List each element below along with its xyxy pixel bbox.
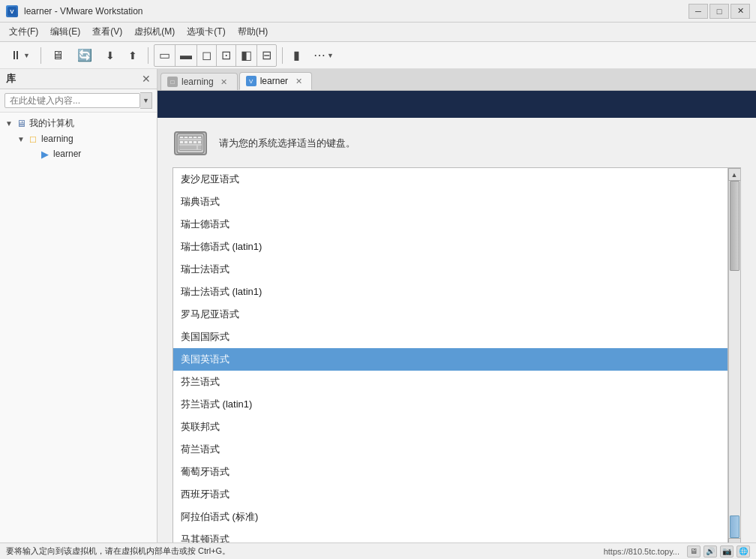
terminal-icon: ▮	[293, 48, 300, 62]
status-icon-display[interactable]: 🖥	[687, 545, 700, 557]
maximize-button[interactable]: □	[710, 4, 729, 19]
svg-rect-10	[194, 136, 196, 138]
lang-item-8[interactable]: 美国国际式	[173, 326, 728, 348]
scroll-thumb[interactable]	[730, 181, 740, 271]
sidebar-item-label-learner: learner	[53, 149, 81, 159]
toolbar-separator-3	[282, 47, 283, 64]
lang-item-13[interactable]: 荷兰语式	[173, 438, 728, 461]
lang-item-10[interactable]: 芬兰语式	[173, 371, 728, 393]
status-right: https://810.5tc.topy... 🖥 🔊 📷 🌐	[604, 545, 750, 557]
language-scrollbar: ▲ ▼	[728, 168, 740, 542]
sidebar-search-bar: ▼	[0, 89, 157, 113]
vm-header-bar	[158, 91, 756, 118]
tab-learning[interactable]: □ learning ✕	[160, 73, 238, 90]
lang-item-3[interactable]: 瑞士德语式	[173, 213, 728, 236]
toolbar: ⏸ ▼ 🖥 🔄 ⬇ ⬆ ▭ ▬ ◻ ⊡ ◧ ⊟ ▮	[0, 42, 756, 69]
lang-item-6[interactable]: 瑞士法语式 (latin1)	[173, 281, 728, 303]
status-icon-network[interactable]: 🌐	[736, 545, 750, 557]
console-view-button[interactable]: ⊟	[257, 45, 276, 66]
tab-learner-close[interactable]: ✕	[293, 76, 304, 86]
svg-rect-9	[189, 136, 192, 138]
split-view-icon: ⊡	[221, 48, 231, 62]
content-area: □ learning ✕ V learner ✕	[158, 69, 756, 542]
lang-item-16[interactable]: 阿拉伯语式 (标准)	[173, 506, 728, 528]
sidebar-search-dropdown[interactable]: ▼	[140, 92, 152, 109]
menu-tabs[interactable]: 选项卡(T)	[181, 23, 231, 41]
lang-item-1[interactable]: 麦沙尼亚语式	[173, 168, 728, 191]
sidebar-item-learning[interactable]: ▼ □ learning	[0, 131, 157, 146]
menu-file[interactable]: 文件(F)	[3, 23, 44, 41]
tab-learner[interactable]: V learner ✕	[239, 72, 312, 90]
lang-item-11[interactable]: 芬兰语式 (latin1)	[173, 393, 728, 416]
window-controls: ─ □ ✕	[688, 4, 750, 19]
sidebar-close-button[interactable]: ✕	[142, 74, 151, 84]
lang-item-12[interactable]: 英联邦式	[173, 416, 728, 438]
more-dropdown-arrow: ▼	[327, 52, 334, 59]
lang-item-4[interactable]: 瑞士德语式 (latin1)	[173, 236, 728, 258]
sidebar-item-label-learning: learning	[41, 134, 74, 144]
menu-help[interactable]: 帮助(H)	[232, 23, 274, 41]
revert-button[interactable]: ⬇	[100, 45, 120, 66]
toolbar-separator-2	[148, 47, 148, 64]
lang-item-17[interactable]: 马其顿语式	[173, 528, 728, 542]
lang-item-7[interactable]: 罗马尼亚语式	[173, 303, 728, 326]
status-icon-audio[interactable]: 🔊	[704, 545, 717, 557]
svg-rect-8	[184, 136, 188, 138]
learner-no-expand	[27, 148, 39, 160]
lang-item-5[interactable]: 瑞士法语式	[173, 258, 728, 281]
lang-item-2[interactable]: 瑞典语式	[173, 191, 728, 213]
window-title: learner - VMware Workstation	[24, 6, 682, 17]
toolbar-separator-1	[40, 47, 41, 64]
svg-rect-11	[198, 136, 201, 138]
snapshot-icon: 🔄	[77, 48, 92, 62]
sidebar-tree: ▼ 🖥 我的计算机 ▼ □ learning ▶ learner	[0, 113, 157, 542]
suspend-icon: ⬆	[128, 50, 137, 62]
sidebar-search-input[interactable]	[4, 93, 140, 108]
vm-content: 请为您的系统选择适当的键盘。 麦沙尼亚语式 瑞典语式 瑞士德语式 瑞士德语式 (…	[158, 91, 756, 542]
suspend-button[interactable]: ⬆	[123, 45, 142, 66]
svg-rect-12	[180, 141, 183, 143]
expand-my-computer-icon[interactable]: ▼	[3, 118, 15, 130]
sidebar-item-learner[interactable]: ▶ learner	[0, 146, 157, 161]
menu-edit[interactable]: 编辑(E)	[44, 23, 86, 41]
menu-view[interactable]: 查看(V)	[86, 23, 128, 41]
lang-item-15[interactable]: 西班牙语式	[173, 483, 728, 506]
scroll-thumb-bottom[interactable]	[730, 515, 740, 538]
keyboard-icon	[172, 130, 208, 157]
side-view-button[interactable]: ◧	[236, 45, 257, 66]
lang-item-9[interactable]: 美国英语式	[173, 348, 728, 371]
side-view-icon: ◧	[241, 48, 252, 62]
tab-learner-label: learner	[260, 76, 288, 86]
pause-dropdown-arrow: ▼	[23, 52, 30, 59]
send-ctrl-alt-del-button[interactable]: 🖥	[46, 45, 69, 66]
minimize-button[interactable]: ─	[688, 4, 708, 19]
lang-item-14[interactable]: 葡萄牙语式	[173, 461, 728, 483]
split-view-button[interactable]: ⊡	[217, 45, 236, 66]
close-button[interactable]: ✕	[730, 4, 750, 19]
pause-button[interactable]: ⏸ ▼	[4, 45, 35, 66]
unity-view-button[interactable]: ▬	[176, 45, 197, 66]
sidebar-library: 库 ✕ ▼ ▼ 🖥 我的计算机 ▼ □ learning ▶	[0, 69, 158, 542]
installer-area: 请为您的系统选择适当的键盘。 麦沙尼亚语式 瑞典语式 瑞士德语式 瑞士德语式 (…	[158, 118, 756, 542]
tab-learning-close[interactable]: ✕	[219, 77, 230, 87]
expand-learning-icon[interactable]: ▼	[15, 133, 27, 145]
menu-vm[interactable]: 虚拟机(M)	[128, 23, 181, 41]
more-tools-button[interactable]: ⋯ ▼	[308, 45, 339, 66]
full-screen-icon: ◻	[202, 48, 212, 62]
svg-rect-15	[194, 141, 196, 143]
svg-rect-4	[178, 140, 202, 144]
tab-learning-label: learning	[182, 77, 214, 87]
console-view-icon: ⊟	[262, 48, 272, 62]
open-terminal-button[interactable]: ▮	[288, 45, 305, 66]
sidebar-item-my-computer[interactable]: ▼ 🖥 我的计算机	[0, 116, 157, 131]
normal-view-icon: ▭	[159, 48, 170, 62]
normal-view-button[interactable]: ▭	[154, 45, 176, 66]
scroll-up-button[interactable]: ▲	[728, 168, 741, 181]
status-icon-camera[interactable]: 📷	[720, 545, 734, 557]
status-icons: 🖥 🔊 📷 🌐	[687, 545, 750, 557]
svg-rect-2	[177, 134, 204, 153]
title-bar: V learner - VMware Workstation ─ □ ✕	[0, 0, 756, 23]
snapshot-button[interactable]: 🔄	[72, 45, 98, 66]
full-screen-button[interactable]: ◻	[197, 45, 217, 66]
tabs-bar: □ learning ✕ V learner ✕	[158, 69, 756, 91]
